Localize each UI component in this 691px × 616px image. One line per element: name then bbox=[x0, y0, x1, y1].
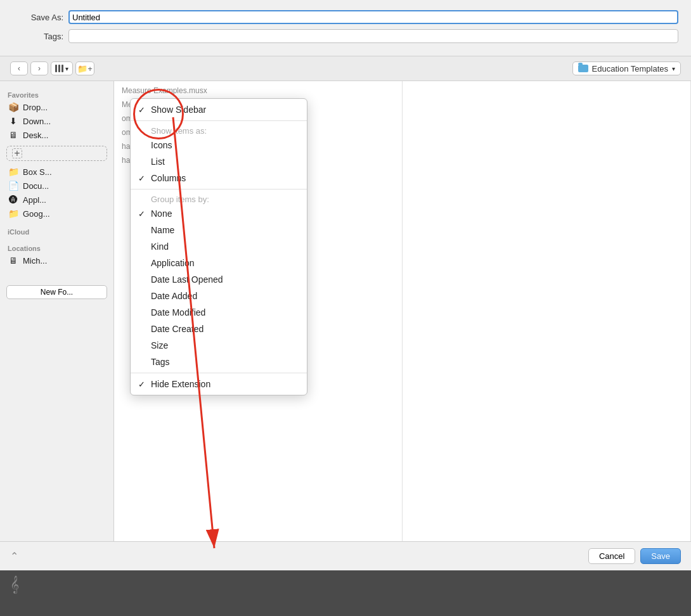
name-label: Name bbox=[151, 225, 174, 235]
sidebar-item-google-label: Goog... bbox=[23, 209, 50, 219]
date-created-label: Date Created bbox=[151, 324, 203, 334]
dropbox-icon: 📦 bbox=[8, 102, 19, 112]
sidebar-item-box[interactable]: 📁 Box S... bbox=[0, 165, 113, 179]
list-label: List bbox=[151, 157, 165, 167]
save-as-label: Save As: bbox=[13, 13, 63, 22]
date-added-label: Date Added bbox=[151, 291, 197, 301]
view-button[interactable]: ▾ bbox=[51, 61, 73, 75]
applications-icon: 🅐 bbox=[8, 195, 19, 205]
google-icon: 📁 bbox=[8, 209, 19, 219]
sidebar-item-dropbox[interactable]: 📦 Drop... bbox=[0, 100, 113, 114]
documents-icon: 📄 bbox=[8, 181, 19, 191]
back-icon: ‹ bbox=[18, 64, 20, 73]
sidebar-item-macintosh-label: Mich... bbox=[23, 256, 47, 266]
menu-item-date-last-opened[interactable]: Date Last Opened bbox=[131, 271, 307, 288]
dropdown-menu: ✓ Show Sidebar Show items as: Icons List… bbox=[130, 98, 307, 395]
list-item[interactable]: Measure Examples.musx bbox=[114, 84, 402, 98]
kind-label: Kind bbox=[151, 241, 169, 252]
back-button[interactable]: ‹ bbox=[10, 61, 28, 75]
locations-label: Locations bbox=[0, 242, 113, 253]
application-label: Application bbox=[151, 258, 195, 268]
new-folder-button[interactable]: 📁+ bbox=[75, 61, 94, 75]
tags-input[interactable] bbox=[68, 29, 678, 43]
save-button[interactable]: Save bbox=[640, 548, 681, 564]
menu-item-icons[interactable]: Icons bbox=[131, 137, 307, 153]
checkmark-none: ✓ bbox=[138, 209, 145, 219]
icons-label: Icons bbox=[151, 140, 172, 150]
sidebar-item-google[interactable]: 📁 Goog... bbox=[0, 207, 113, 221]
sidebar-item-desktop-label: Desk... bbox=[23, 131, 48, 140]
chevron-down-icon: ▾ bbox=[65, 65, 68, 72]
location-label: Education Templates bbox=[592, 64, 668, 74]
location-button[interactable]: Education Templates ▾ bbox=[572, 61, 681, 75]
music-notation-icon: 𝄞 bbox=[10, 575, 19, 593]
menu-separator-3 bbox=[131, 373, 307, 373]
tags-label: Tags bbox=[151, 357, 170, 367]
forward-icon: › bbox=[38, 64, 41, 73]
box-icon: 📁 bbox=[8, 167, 19, 177]
new-folder-icon: 📁+ bbox=[77, 64, 93, 74]
sidebar-item-documents-label: Docu... bbox=[23, 181, 49, 191]
folder-icon bbox=[578, 65, 588, 72]
menu-item-date-modified[interactable]: Date Modified bbox=[131, 304, 307, 321]
date-last-opened-label: Date Last Opened bbox=[151, 274, 223, 285]
tags-row: Tags: bbox=[13, 29, 678, 43]
sidebar-item-applications[interactable]: 🅐 Appl... bbox=[0, 193, 113, 207]
forward-button[interactable]: › bbox=[30, 61, 48, 75]
sidebar-item-desktop[interactable]: 🖥 Desk... bbox=[0, 128, 113, 142]
hide-extension-label: Hide Extension bbox=[151, 379, 210, 389]
menu-item-show-sidebar[interactable]: ✓ Show Sidebar bbox=[131, 101, 307, 118]
menu-item-size[interactable]: Size bbox=[131, 337, 307, 354]
menu-item-hide-extension[interactable]: ✓ Hide Extension bbox=[131, 376, 307, 392]
save-as-row: Save As: bbox=[13, 10, 678, 24]
sidebar-item-macintosh[interactable]: 🖥 Mich... bbox=[0, 253, 113, 267]
favorites-label: Favorites bbox=[0, 89, 113, 100]
location-chevron-icon: ▾ bbox=[672, 65, 675, 72]
menu-item-date-created[interactable]: Date Created bbox=[131, 321, 307, 337]
menu-item-list[interactable]: List bbox=[131, 153, 307, 170]
icloud-label: iCloud bbox=[0, 226, 113, 237]
bottom-strip: 𝄞 bbox=[0, 570, 691, 616]
view-columns-icon bbox=[55, 65, 63, 72]
sidebar-item-dropbox-label: Drop... bbox=[23, 103, 48, 112]
cancel-button[interactable]: Cancel bbox=[588, 548, 635, 564]
menu-item-tags[interactable]: Tags bbox=[131, 354, 307, 370]
menu-item-columns[interactable]: ✓ Columns bbox=[131, 170, 307, 186]
dialog-header: Save As: Tags: bbox=[0, 0, 691, 56]
menu-item-application[interactable]: Application bbox=[131, 255, 307, 271]
tags-label: Tags: bbox=[13, 32, 63, 41]
downloads-icon: ⬇ bbox=[8, 116, 19, 126]
new-folder-bottom-label: New Fo... bbox=[41, 288, 73, 297]
size-label: Size bbox=[151, 340, 168, 350]
file-column-2 bbox=[403, 81, 691, 541]
menu-separator-1 bbox=[131, 120, 307, 121]
menu-item-date-added[interactable]: Date Added bbox=[131, 288, 307, 304]
sidebar-item-box-label: Box S... bbox=[23, 167, 52, 177]
add-location-button[interactable]: + bbox=[6, 146, 107, 161]
desktop-icon: 🖥 bbox=[8, 130, 19, 140]
checkmark-show-sidebar: ✓ bbox=[138, 105, 145, 115]
sidebar-item-documents[interactable]: 📄 Docu... bbox=[0, 179, 113, 193]
checkmark-hide-extension: ✓ bbox=[138, 380, 145, 389]
plus-icon: + bbox=[12, 148, 22, 158]
sidebar-item-applications-label: Appl... bbox=[23, 195, 46, 205]
none-label: None bbox=[151, 209, 172, 219]
sidebar-item-downloads[interactable]: ⬇ Down... bbox=[0, 114, 113, 128]
group-items-by-label: Group items by: bbox=[131, 192, 307, 205]
show-items-as-label: Show items as: bbox=[131, 124, 307, 137]
bottom-strip-content: 𝄞 bbox=[0, 570, 691, 598]
new-folder-bottom-button[interactable]: New Fo... bbox=[6, 285, 107, 299]
show-sidebar-label: Show Sidebar bbox=[151, 105, 206, 115]
toolbar: ‹ › ▾ 📁+ Education Templates ▾ bbox=[0, 56, 691, 81]
menu-separator-2 bbox=[131, 189, 307, 189]
dialog-footer: ⌃ Cancel Save bbox=[0, 541, 691, 570]
checkmark-columns: ✓ bbox=[138, 174, 145, 183]
menu-item-none[interactable]: ✓ None bbox=[131, 205, 307, 222]
sidebar: Favorites 📦 Drop... ⬇ Down... 🖥 Desk... … bbox=[0, 81, 114, 541]
macintosh-icon: 🖥 bbox=[8, 255, 19, 266]
menu-item-name[interactable]: Name bbox=[131, 222, 307, 238]
save-as-input[interactable] bbox=[68, 10, 678, 24]
menu-item-kind[interactable]: Kind bbox=[131, 238, 307, 255]
save-dialog: Save As: Tags: ‹ › ▾ 📁+ Educati bbox=[0, 0, 691, 570]
collapse-icon[interactable]: ⌃ bbox=[10, 550, 18, 562]
